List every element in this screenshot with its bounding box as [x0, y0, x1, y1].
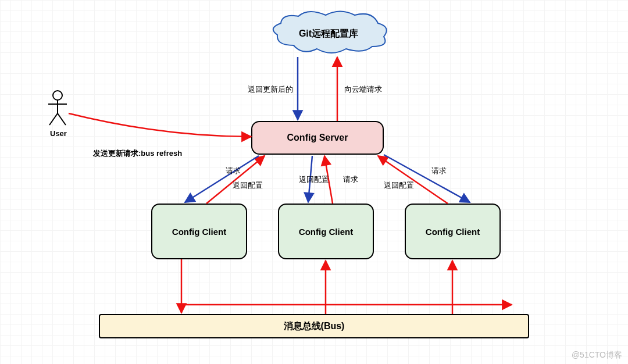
config-client-3: Config Client — [405, 204, 501, 259]
edge-label-ret-1: 返回配置 — [233, 180, 263, 191]
svg-line-12 — [384, 155, 470, 202]
watermark: @51CTO博客 — [572, 350, 622, 361]
config-client-3-label: Config Client — [426, 227, 480, 237]
config-client-2: Config Client — [278, 204, 374, 259]
edge-label-req-1: 请求 — [226, 166, 241, 176]
svg-line-7 — [206, 156, 265, 204]
svg-point-0 — [53, 91, 62, 100]
edge-label-to-cloud: 向云端请求 — [344, 84, 382, 95]
diagram-canvas: Git远程配置库 Config Server Config Client Con… — [0, 0, 628, 364]
user-actor-label: User — [50, 129, 67, 138]
svg-line-11 — [378, 156, 448, 204]
edge-label-from-cloud: 返回更新后的 — [248, 84, 293, 95]
edge-label-req-3: 请求 — [431, 166, 447, 176]
git-cloud-label: Git远程配置库 — [299, 28, 358, 40]
config-client-1-label: Config Client — [172, 227, 226, 237]
svg-line-3 — [49, 113, 58, 125]
config-server-label: Config Server — [287, 133, 348, 143]
config-client-1: Config Client — [151, 204, 247, 259]
svg-line-8 — [185, 156, 259, 202]
edge-label-ret-2: 返回配置 — [299, 174, 329, 185]
user-actor-icon — [46, 90, 69, 129]
git-cloud: Git远程配置库 — [265, 10, 392, 57]
config-server-node: Config Server — [251, 121, 384, 155]
edge-label-ret-3: 返回配置 — [384, 180, 414, 191]
message-bus-label: 消息总线(Bus) — [284, 320, 345, 333]
edge-label-user-action: 发送更新请求:bus refresh — [93, 148, 182, 159]
config-client-2-label: Config Client — [299, 227, 353, 237]
message-bus-node: 消息总线(Bus) — [99, 314, 529, 338]
edge-label-req-2: 请求 — [343, 174, 358, 185]
svg-line-4 — [58, 113, 66, 125]
